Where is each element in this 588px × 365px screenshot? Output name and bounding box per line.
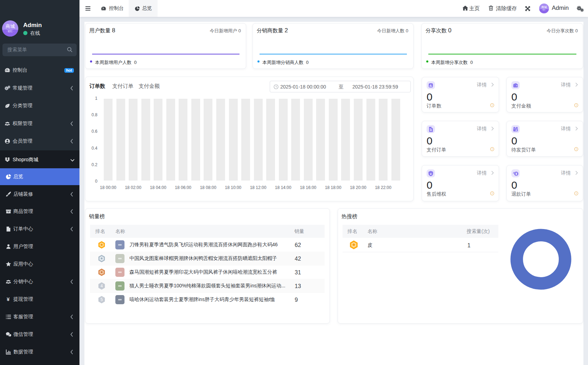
svg-text:5: 5 xyxy=(101,297,103,302)
svg-text:4: 4 xyxy=(101,283,103,288)
